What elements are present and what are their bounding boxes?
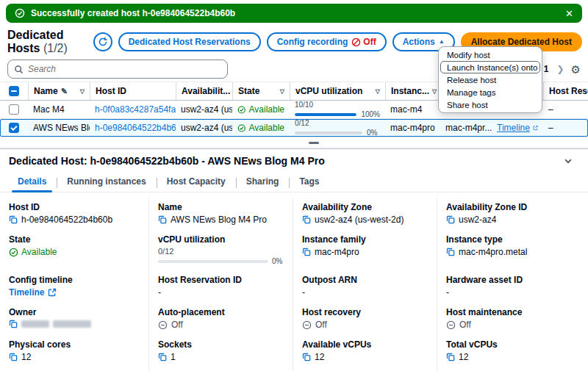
column-header-state[interactable]: State▽ xyxy=(232,82,290,100)
field-is-member-of-host-resource-group: Is member of host resource groupNo xyxy=(437,368,588,371)
copy-icon[interactable] xyxy=(446,248,455,256)
field-host-reservation-id: Host Reservation ID- xyxy=(148,271,293,303)
tab-details[interactable]: Details xyxy=(7,173,57,192)
cell-availability-zone: usw2-az4 (us-... xyxy=(176,123,232,133)
page-number[interactable]: 1 xyxy=(542,64,551,74)
field-config-timeline: Config timelineTimeline xyxy=(0,271,148,303)
table-row[interactable]: AWS NEws Blo... h-0e984064522b4b60b usw2… xyxy=(0,119,588,137)
field-sockets: Sockets1 xyxy=(148,336,293,368)
select-all-checkbox[interactable] xyxy=(0,82,28,100)
copy-icon[interactable] xyxy=(302,353,311,361)
search-input[interactable] xyxy=(28,64,221,74)
tab-tags[interactable]: Tags xyxy=(289,173,329,192)
copy-icon[interactable] xyxy=(9,215,18,224)
selection-count: (1/2) xyxy=(43,42,68,54)
column-header-name[interactable]: Name✎▽ xyxy=(28,82,90,100)
column-header-instanc-[interactable]: Instanc...▽ xyxy=(385,82,440,100)
cell-instance-family: mac-m4 xyxy=(385,104,440,115)
row-checkbox[interactable] xyxy=(0,104,28,115)
sort-caret-icon[interactable]: ▽ xyxy=(80,88,85,95)
state-available-badge: Available xyxy=(237,123,284,133)
cell-host-reservation: – xyxy=(543,104,588,115)
state-available-badge: Available xyxy=(237,104,284,115)
copy-icon[interactable] xyxy=(302,248,311,256)
config-recording-label: Config recording xyxy=(277,37,348,47)
menu-item-launch-instance-s-onto-host[interactable]: Launch Instance(s) onto host xyxy=(440,61,540,73)
copy-icon[interactable] xyxy=(446,215,455,224)
gear-icon[interactable]: ⚙ xyxy=(571,64,581,75)
edit-name-icon[interactable]: ✎ xyxy=(61,87,68,96)
field-outpost-arn: Outpost ARN- xyxy=(293,271,437,303)
off-icon xyxy=(302,320,312,330)
timeline-link[interactable]: Timeline xyxy=(497,123,538,133)
column-header-availabilit-[interactable]: Availabilit...▽ xyxy=(176,82,232,100)
config-recording-button[interactable]: Config recording Off xyxy=(267,32,387,51)
search-box[interactable] xyxy=(7,60,228,79)
config-recording-status: Off xyxy=(363,37,376,47)
tab-running-instances[interactable]: Running instances xyxy=(57,173,156,192)
dedicated-host-reservations-button[interactable]: Dedicated Host Reservations xyxy=(118,32,261,51)
copy-icon[interactable] xyxy=(158,353,167,361)
cell-name: Mac M4 xyxy=(28,104,90,115)
next-page-icon[interactable]: ❯ xyxy=(556,64,564,74)
search-icon xyxy=(14,65,24,74)
column-header-host-reserv-[interactable]: Host Reserv... xyxy=(543,82,588,100)
success-banner: Successfully created host h-0e984064522b… xyxy=(6,4,582,23)
field-availability-zone-id: Availability Zone IDusw2-az4 xyxy=(437,198,588,231)
host-id-link[interactable]: h-0f0a83c4287a54fa9 xyxy=(95,104,176,115)
tab-sharing[interactable]: Sharing xyxy=(236,173,290,192)
field-total-vcpus: Total vCPUs12 xyxy=(437,336,588,368)
field-host-recovery: Host recoveryOff xyxy=(293,303,437,336)
field-vcpu-utilization: vCPU utilization0/120% xyxy=(148,231,293,271)
cell-name: AWS NEws Blo... xyxy=(28,123,90,133)
copy-icon[interactable] xyxy=(9,320,18,328)
cell-vcpu-utilization: 0/12 0% xyxy=(290,119,385,137)
sort-caret-icon[interactable]: ▽ xyxy=(432,88,437,95)
menu-item-share-host[interactable]: Share host xyxy=(440,98,540,111)
column-header-host-id[interactable]: Host ID xyxy=(90,82,176,100)
off-icon xyxy=(158,320,168,330)
actions-menu: Modify hostLaunch Instance(s) onto hostR… xyxy=(438,46,542,113)
dedicated-host-reservations-label: Dedicated Host Reservations xyxy=(129,37,251,47)
copy-icon[interactable] xyxy=(302,215,311,224)
field-name: NameAWS NEws Blog M4 Pro xyxy=(148,198,293,231)
copy-icon[interactable] xyxy=(158,215,167,224)
off-icon xyxy=(446,320,456,330)
close-icon[interactable]: ✕ xyxy=(565,8,573,19)
field-instance-family: Instance familymac-m4pro xyxy=(293,231,437,271)
field-owner: Owner xyxy=(0,303,148,336)
sort-caret-icon[interactable]: ▽ xyxy=(376,88,380,95)
status-available: Available xyxy=(9,247,57,257)
copy-icon[interactable] xyxy=(446,353,455,361)
field-state: StateAvailable xyxy=(0,231,148,271)
timeline-link[interactable]: Timeline xyxy=(9,287,57,298)
page-title: Dedicated Hosts (1/2) xyxy=(7,29,93,55)
pagination: 1 ❯ ⚙ xyxy=(542,64,581,75)
cell-instance-family: mac-m4pro xyxy=(385,123,440,133)
detail-tabs: DetailsRunning instancesHost CapacitySha… xyxy=(0,173,588,192)
menu-item-modify-host[interactable]: Modify host xyxy=(440,48,540,61)
refresh-button[interactable] xyxy=(93,32,112,51)
copy-icon[interactable] xyxy=(9,353,18,361)
sort-caret-icon[interactable]: ▽ xyxy=(280,88,284,95)
detail-panel-title: Dedicated Host: h-0e984064522b4b60b - AW… xyxy=(9,155,325,167)
menu-item-release-host[interactable]: Release host xyxy=(440,73,540,86)
redacted-owner-value xyxy=(21,320,49,328)
menu-item-manage-tags[interactable]: Manage tags xyxy=(440,86,540,98)
column-header-vcpu-utilization[interactable]: vCPU utilization▽ xyxy=(290,82,385,100)
field-instance-type: Instance typemac-m4pro.metal xyxy=(437,231,588,271)
panel-resize-handle[interactable] xyxy=(309,142,319,144)
recording-off-icon xyxy=(351,37,361,47)
field-supports-multiple-instance-types: Supports multiple instance typesNo xyxy=(293,368,437,371)
chevron-down-icon[interactable] xyxy=(563,156,573,166)
caret-up-icon: ▲ xyxy=(439,39,445,45)
tab-host-capacity[interactable]: Host Capacity xyxy=(157,173,236,192)
host-id-link[interactable]: h-0e984064522b4b60b xyxy=(95,123,176,133)
success-banner-message: Successfully created host h-0e984064522b… xyxy=(31,8,235,18)
detail-panel: Dedicated Host: h-0e984064522b4b60b - AW… xyxy=(0,148,588,371)
field-host-maintenance: Host maintenanceOff xyxy=(437,303,588,336)
row-checkbox[interactable] xyxy=(0,123,28,133)
field-host-id: Host IDh-0e984064522b4b60b xyxy=(0,198,148,231)
panel-gap xyxy=(0,137,588,148)
success-check-icon xyxy=(15,8,25,18)
